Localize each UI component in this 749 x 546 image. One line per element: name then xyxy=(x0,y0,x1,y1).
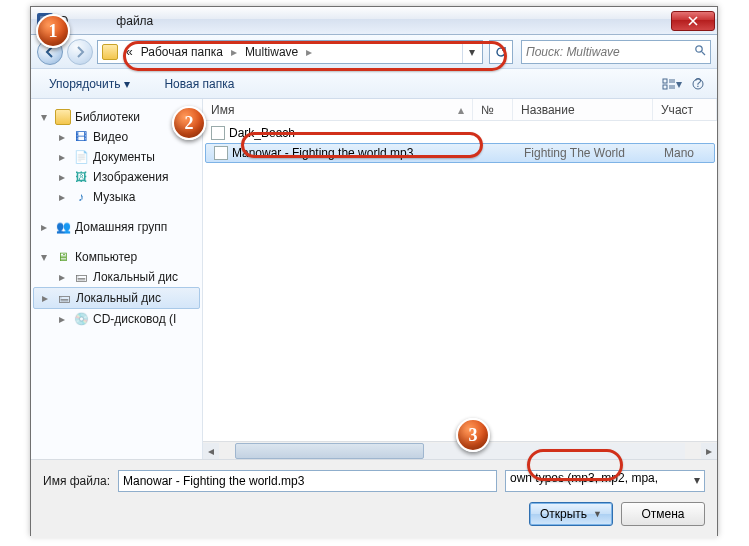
search-input[interactable] xyxy=(526,45,694,59)
file-artist: Mano xyxy=(656,146,714,160)
documents-icon: 📄 xyxy=(73,149,89,165)
col-title[interactable]: Название xyxy=(513,99,653,120)
video-icon: 🎞 xyxy=(73,129,89,145)
sidebar: ▾ Библиотеки ▸ 🎞 Видео ▸ 📄 Документы ▸ 🖼 xyxy=(31,99,203,459)
tree-collapse-icon[interactable]: ▾ xyxy=(41,250,51,264)
chevron-right-icon[interactable]: ▸ xyxy=(302,45,316,59)
folder-icon xyxy=(102,44,118,60)
col-name[interactable]: Имя▴ xyxy=(203,99,473,120)
col-label: Участ xyxy=(661,103,693,117)
file-list[interactable]: Dark_Beach Manowar - Fighting the world.… xyxy=(203,121,717,441)
sidebar-label: Музыка xyxy=(93,190,135,204)
sidebar-label: Локальный дис xyxy=(76,291,161,305)
scroll-thumb[interactable] xyxy=(235,443,424,459)
tree-expand-icon[interactable]: ▸ xyxy=(59,150,69,164)
close-button[interactable] xyxy=(671,11,715,31)
sidebar-label: Домашняя групп xyxy=(75,220,167,234)
filetype-dropdown[interactable]: own types (mp3, mp2, mpa, xyxy=(505,470,705,492)
svg-text:?: ? xyxy=(695,78,702,90)
col-artist[interactable]: Участ xyxy=(653,99,717,120)
nav-row: « Рабочая папка ▸ Multiwave ▸ ▾ xyxy=(31,35,717,69)
bottom-panel: Имя файла: own types (mp3, mp2, mpa, Отк… xyxy=(31,459,717,538)
col-label: Имя xyxy=(211,103,234,117)
forward-button[interactable] xyxy=(67,39,93,65)
tree-expand-icon[interactable]: ▸ xyxy=(59,130,69,144)
breadcrumb-2[interactable]: Multiwave xyxy=(241,43,302,61)
tree-expand-icon[interactable]: ▸ xyxy=(59,170,69,184)
scroll-left-button[interactable]: ◂ xyxy=(203,443,219,459)
sort-asc-icon: ▴ xyxy=(458,103,464,117)
sidebar-label: CD-дисковод (I xyxy=(93,312,176,326)
sidebar-item-images[interactable]: ▸ 🖼 Изображения xyxy=(31,167,202,187)
sidebar-item-homegroup[interactable]: ▸ 👥 Домашняя групп xyxy=(31,217,202,237)
homegroup-icon: 👥 xyxy=(55,219,71,235)
computer-icon: 🖥 xyxy=(55,249,71,265)
tree-collapse-icon[interactable]: ▾ xyxy=(41,110,51,124)
hdd-icon: 🖴 xyxy=(56,290,72,306)
crumb-prefix: « xyxy=(122,43,137,61)
search-icon xyxy=(694,44,706,59)
chevron-down-icon: ▼ xyxy=(593,509,602,519)
tree-expand-icon[interactable]: ▸ xyxy=(59,312,69,326)
music-icon: ♪ xyxy=(73,189,89,205)
sidebar-label: Компьютер xyxy=(75,250,137,264)
table-row-selected[interactable]: Manowar - Fighting the world.mp3 Fightin… xyxy=(205,143,715,163)
chevron-right-icon[interactable]: ▸ xyxy=(227,45,241,59)
cancel-label: Отмена xyxy=(641,507,684,521)
file-icon xyxy=(214,146,228,160)
tree-expand-icon[interactable]: ▸ xyxy=(41,220,51,234)
window-title: файла xyxy=(116,14,153,28)
sidebar-item-disk[interactable]: ▸ 🖴 Локальный дис xyxy=(31,267,202,287)
callout-3: 3 xyxy=(456,418,490,452)
sidebar-item-documents[interactable]: ▸ 📄 Документы xyxy=(31,147,202,167)
chevron-down-icon: ▾ xyxy=(124,77,130,91)
filename-row: Имя файла: own types (mp3, mp2, mpa, xyxy=(43,470,705,492)
libraries-icon xyxy=(55,109,71,125)
address-bar[interactable]: « Рабочая папка ▸ Multiwave ▸ ▾ xyxy=(97,40,483,64)
sidebar-label: Изображения xyxy=(93,170,168,184)
sidebar-item-music[interactable]: ▸ ♪ Музыка xyxy=(31,187,202,207)
table-row[interactable]: Dark_Beach xyxy=(203,123,717,143)
refresh-button[interactable] xyxy=(489,40,513,64)
images-icon: 🖼 xyxy=(73,169,89,185)
filetype-label: own types (mp3, mp2, mpa, xyxy=(510,471,658,485)
new-folder-button[interactable]: Новая папка xyxy=(154,73,244,95)
refresh-icon xyxy=(495,46,507,58)
sidebar-label: Локальный дис xyxy=(93,270,178,284)
open-button[interactable]: Открыть ▼ xyxy=(529,502,613,526)
close-icon xyxy=(688,16,698,26)
help-button[interactable]: ? xyxy=(687,74,709,94)
tree-expand-icon[interactable]: ▸ xyxy=(42,291,52,305)
sidebar-item-cd[interactable]: ▸ 💿 CD-дисковод (I xyxy=(31,309,202,329)
breadcrumb-1[interactable]: Рабочая папка xyxy=(137,43,227,61)
view-button[interactable]: ▾ xyxy=(661,74,683,94)
address-dropdown[interactable]: ▾ xyxy=(462,41,480,63)
organize-label: Упорядочить xyxy=(49,77,120,91)
col-label: Название xyxy=(521,103,575,117)
file-icon xyxy=(211,126,225,140)
tree-expand-icon[interactable]: ▸ xyxy=(59,190,69,204)
svg-rect-2 xyxy=(663,85,667,89)
callout-1: 1 xyxy=(36,14,70,48)
svg-point-0 xyxy=(696,46,702,52)
cd-icon: 💿 xyxy=(73,311,89,327)
arrow-right-icon xyxy=(74,46,86,58)
filename-input[interactable] xyxy=(118,470,497,492)
toolbar: Упорядочить ▾ Новая папка ▾ ? xyxy=(31,69,717,99)
new-folder-label: Новая папка xyxy=(164,77,234,91)
file-title: Fighting The World xyxy=(516,146,656,160)
open-file-dialog: О файла « Рабочая папка ▸ Multiwave ▸ ▾ xyxy=(30,6,718,536)
sidebar-label: Библиотеки xyxy=(75,110,140,124)
view-icon xyxy=(662,78,676,90)
sidebar-item-disk-selected[interactable]: ▸ 🖴 Локальный дис xyxy=(33,287,200,309)
col-number[interactable]: № xyxy=(473,99,513,120)
search-box[interactable] xyxy=(521,40,711,64)
file-pane: Имя▴ № Название Участ Dark_Beach Manowar… xyxy=(203,99,717,459)
sidebar-label: Документы xyxy=(93,150,155,164)
hdd-icon: 🖴 xyxy=(73,269,89,285)
tree-expand-icon[interactable]: ▸ xyxy=(59,270,69,284)
organize-button[interactable]: Упорядочить ▾ xyxy=(39,73,140,95)
sidebar-item-computer[interactable]: ▾ 🖥 Компьютер xyxy=(31,247,202,267)
scroll-right-button[interactable]: ▸ xyxy=(701,443,717,459)
cancel-button[interactable]: Отмена xyxy=(621,502,705,526)
